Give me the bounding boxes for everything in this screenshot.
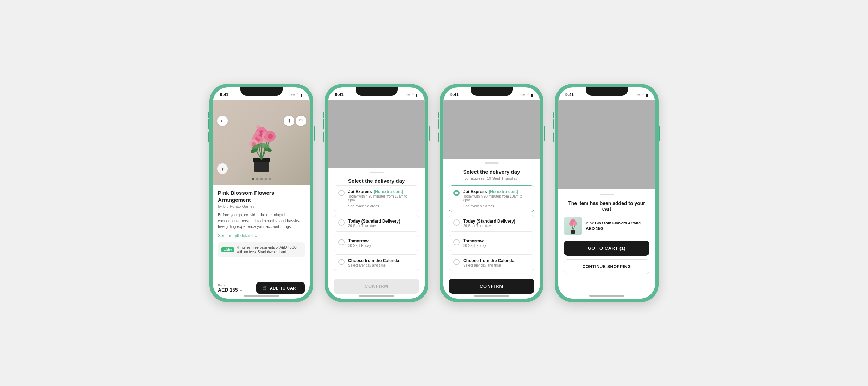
option-name-today: Today (Standard Delivery) — [348, 219, 400, 224]
dot-5 — [269, 178, 271, 180]
add-to-cart-label: ADD TO CART — [270, 286, 298, 290]
share-button[interactable]: ⇩ — [284, 116, 294, 126]
add-to-cart-button[interactable]: 🛒 ADD TO CART — [256, 282, 305, 294]
joi-express-sub: Today within 90 minutes from 10am to 8pm… — [463, 194, 530, 202]
radio-joi-express — [338, 190, 345, 196]
delivery-option-joi-express[interactable]: Joi Express (No extra cost) Today within… — [334, 185, 419, 212]
product-flower-image — [213, 100, 310, 185]
delivery-option-tomorrow[interactable]: Tomorrow 30 Sept Friday — [449, 235, 534, 251]
price-section: Price AED 155 ⌄ — [218, 284, 243, 293]
option-sub-tomorrow: 30 Sept Friday — [348, 244, 371, 248]
product-description: Before you go, consider the meaningful c… — [218, 212, 305, 230]
delivery-sheet-subtitle: Joi Express (19 Sept Thursday) — [449, 176, 534, 180]
home-indicator — [474, 295, 509, 297]
product-info: Pink Blossom Flowers Arrangement by Big … — [213, 185, 310, 299]
svg-point-18 — [268, 134, 273, 139]
cart-item-name: Pink Blossom Flowers Arrang... — [586, 221, 644, 225]
screen-delivery-selected: Select the delivery day Joi Express (19 … — [443, 100, 540, 299]
see-gift-label: See the gift details — [218, 233, 253, 238]
option-name-calendar: Choose from the Calendar — [463, 258, 516, 263]
confirm-button-wrap: CONFIRM — [449, 279, 534, 294]
battery-icon: ▮ — [416, 93, 418, 97]
svg-rect-0 — [254, 160, 269, 172]
delivery-sheet-title: Select the delivery day — [449, 169, 534, 175]
product-brand: by Big Potato Games — [218, 204, 305, 208]
status-icons: ▪▪▪ ⌃ ▮ — [636, 93, 648, 97]
delivery-option-joi-express-selected[interactable]: Joi Express (No extra cost) Today within… — [449, 185, 534, 212]
ar-button[interactable]: ◎ — [217, 163, 228, 174]
option-text-tomorrow: Tomorrow 30 Sept Friday — [348, 238, 371, 248]
go-to-cart-button[interactable]: GO TO CART (1) — [564, 241, 649, 256]
notch — [586, 87, 628, 96]
status-icons: ▪▪▪ ⌃ ▮ — [406, 93, 418, 97]
option-text-joi: Joi Express (No extra cost) Today within… — [348, 189, 415, 202]
image-dots — [252, 178, 271, 180]
cart-item-info: Pink Blossom Flowers Arrang... AED 150 — [586, 221, 644, 231]
chevron-areas-icon: ⌄ — [380, 204, 383, 208]
chevron-areas-icon: ⌄ — [495, 204, 498, 208]
tabby-text: 4 interest-free payments of AED 40.00 wi… — [237, 245, 301, 254]
cart-title: The item has been added to your cart — [564, 200, 649, 212]
price-amount: AED 155 — [218, 287, 238, 293]
see-areas-link[interactable]: See available areas ⌄ — [463, 204, 530, 208]
delivery-option-today-standard[interactable]: Today (Standard Delivery) 29 Sept Thursd… — [334, 215, 419, 232]
tabby-logo: tabby — [221, 247, 234, 252]
back-button[interactable]: ← — [217, 116, 228, 126]
continue-shopping-button[interactable]: CONTINUE SHOPPING — [564, 259, 649, 274]
radio-tomorrow — [338, 239, 345, 245]
svg-point-21 — [256, 125, 260, 129]
home-indicator — [589, 295, 624, 297]
signal-icon: ▪▪▪ — [521, 93, 525, 97]
option-text-calendar: Choose from the Calendar Select any day … — [463, 258, 516, 267]
joi-express-sub: Today within 90 minutes from 10am to 8pm… — [348, 194, 415, 202]
option-text-joi: Joi Express (No extra cost) Today within… — [463, 189, 530, 202]
option-text-today: Today (Standard Delivery) 29 Sept Thursd… — [463, 219, 515, 228]
battery-icon: ▮ — [301, 93, 303, 97]
status-icons: ▪▪▪ ⌃ ▮ — [521, 93, 533, 97]
delivery-option-calendar[interactable]: Choose from the Calendar Select any day … — [449, 254, 534, 271]
option-name-joi: Joi Express (No extra cost) — [348, 189, 415, 194]
option-sub-today: 29 Sept Thursday — [463, 224, 515, 228]
option-sub-today: 29 Sept Thursday — [348, 224, 400, 228]
signal-icon: ▪▪▪ — [406, 93, 410, 97]
dot-3 — [260, 178, 263, 180]
wishlist-button[interactable]: ♡ — [296, 116, 306, 126]
see-areas-link[interactable]: See available areas ⌄ — [348, 204, 415, 208]
sheet-handle — [370, 172, 384, 173]
phone-2: 9:41 ▪▪▪ ⌃ ▮ Select the delivery day — [325, 84, 428, 302]
price-value: AED 155 ⌄ — [218, 287, 243, 293]
status-time: 9:41 — [220, 92, 228, 97]
option-text-tomorrow: Tomorrow 30 Sept Friday — [463, 238, 486, 248]
confirm-button[interactable]: CONFIRM — [334, 279, 419, 294]
radio-tomorrow — [453, 239, 460, 245]
option-text-calendar: Choose from the Calendar Select any day … — [348, 258, 401, 267]
dot-4 — [264, 178, 267, 180]
delivery-option-today-standard[interactable]: Today (Standard Delivery) 29 Sept Thursd… — [449, 215, 534, 232]
confirm-button-active[interactable]: CONFIRM — [449, 279, 534, 294]
screen-cart: The item has been added to your cart — [558, 100, 655, 299]
battery-icon: ▮ — [646, 93, 648, 97]
svg-point-19 — [256, 131, 260, 135]
price-chevron-icon: ⌄ — [239, 287, 243, 292]
cart-item-row: Pink Blossom Flowers Arrang... AED 150 — [564, 217, 649, 235]
phone-3: 9:41 ▪▪▪ ⌃ ▮ Select the delivery day Joi… — [440, 84, 543, 302]
screen-delivery: Select the delivery day Joi Express (No … — [328, 100, 425, 299]
svg-point-30 — [573, 222, 577, 226]
option-sub-calendar: Select any day and time — [348, 263, 401, 267]
radio-today-standard — [338, 219, 345, 226]
signal-icon: ▪▪▪ — [291, 93, 295, 97]
tabby-row: tabby 4 interest-free payments of AED 40… — [218, 242, 305, 257]
dot-2 — [256, 178, 258, 180]
see-gift-details[interactable]: See the gift details ⌄ — [218, 233, 305, 238]
phone-1: 9:41 ▪▪▪ ⌃ ▮ ← ⇩ ♡ — [209, 84, 313, 302]
delivery-option-tomorrow[interactable]: Tomorrow 30 Sept Friday — [334, 235, 419, 251]
delivery-sheet-title: Select the delivery day — [334, 178, 419, 184]
signal-icon: ▪▪▪ — [636, 93, 640, 97]
home-indicator — [359, 295, 394, 297]
option-name-calendar: Choose from the Calendar — [348, 258, 401, 263]
delivery-option-calendar[interactable]: Choose from the Calendar Select any day … — [334, 254, 419, 271]
svg-line-27 — [573, 225, 575, 230]
option-text-today: Today (Standard Delivery) 29 Sept Thursd… — [348, 219, 400, 228]
grey-background — [328, 100, 425, 168]
product-image-area: ← ⇩ ♡ — [213, 100, 310, 185]
